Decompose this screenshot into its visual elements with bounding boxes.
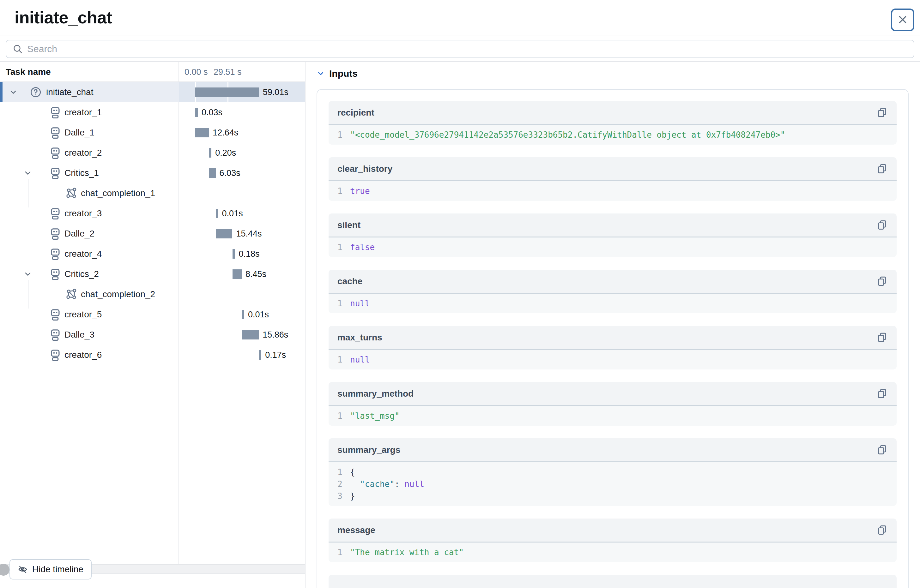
task-row[interactable]: chat_completion_1 — [0, 183, 305, 204]
duration-label: 12.64s — [213, 123, 238, 143]
copy-button[interactable] — [876, 276, 888, 287]
copy-icon — [877, 283, 888, 288]
task-row[interactable]: initiate_chat59.01s — [0, 82, 305, 102]
timeline-bar[interactable] — [209, 148, 211, 158]
chevron-down-icon[interactable] — [23, 169, 32, 178]
copy-button[interactable] — [876, 163, 888, 174]
robot-icon — [49, 268, 61, 280]
chevron-down-icon[interactable] — [23, 270, 32, 278]
code-line: 1true — [337, 185, 888, 197]
task-name: initiate_chat — [46, 82, 93, 102]
task-row[interactable]: Dalle_315.86s — [0, 325, 305, 345]
hide-timeline-label: Hide timeline — [32, 564, 83, 574]
chevron-down-icon[interactable] — [9, 88, 18, 97]
duration-label: 0.18s — [239, 244, 260, 264]
task-tree-cell: initiate_chat — [0, 82, 179, 102]
line-number: 1 — [337, 129, 342, 141]
timeline-axis-end: 29.51 s — [214, 62, 242, 82]
input-field-name: summary_args — [337, 445, 400, 455]
copy-button[interactable] — [876, 332, 888, 343]
task-timeline-cell — [179, 284, 305, 304]
search-input[interactable] — [27, 44, 914, 54]
task-tree-cell: Dalle_1 — [0, 123, 179, 143]
network-icon — [66, 187, 78, 200]
copy-button[interactable] — [876, 444, 888, 456]
line-number: 1 — [337, 410, 342, 422]
timeline-bar[interactable] — [242, 330, 259, 339]
input-field-name: message — [337, 525, 375, 535]
timeline-bar[interactable] — [216, 229, 233, 238]
code-token: true — [350, 185, 370, 197]
question-circle-icon — [30, 86, 42, 99]
hide-timeline-button[interactable]: Hide timeline — [10, 559, 92, 580]
task-name: Dalle_2 — [65, 224, 94, 244]
task-timeline-cell: 0.03s — [179, 102, 305, 123]
timeline-bar[interactable] — [242, 310, 244, 319]
task-row[interactable]: Critics_28.45s — [0, 264, 305, 284]
task-row[interactable]: creator_30.01s — [0, 204, 305, 224]
line-number: 1 — [337, 354, 342, 366]
robot-icon — [49, 227, 61, 240]
task-row[interactable]: Dalle_215.44s — [0, 224, 305, 244]
input-field: recipient1"<code_model_37696e27941142e2a… — [329, 101, 897, 145]
timeline-bar[interactable] — [233, 249, 235, 258]
code-token: { — [350, 466, 355, 478]
search-row — [0, 36, 920, 62]
code-token: false — [350, 241, 375, 253]
inputs-section-toggle[interactable]: Inputs — [317, 68, 358, 79]
code-token: } — [350, 490, 355, 502]
input-field-name: silent — [337, 220, 361, 230]
code-line: 3} — [337, 490, 888, 502]
timeline-bar[interactable] — [195, 108, 198, 117]
task-row[interactable]: creator_40.18s — [0, 244, 305, 264]
task-row[interactable]: Critics_16.03s — [0, 163, 305, 183]
duration-label: 0.17s — [265, 345, 286, 365]
code-token: null — [350, 354, 370, 366]
task-row[interactable]: creator_10.03s — [0, 102, 305, 123]
copy-button[interactable] — [876, 388, 888, 399]
task-row[interactable]: creator_20.20s — [0, 143, 305, 163]
line-number: 1 — [337, 185, 342, 197]
task-tree-cell: creator_5 — [0, 304, 179, 325]
input-field-name: max_turns — [337, 333, 382, 342]
timeline-bar[interactable] — [259, 350, 261, 360]
task-row[interactable]: chat_completion_2 — [0, 284, 305, 304]
task-name: creator_2 — [65, 143, 102, 163]
input-field-value: 1"The matrix with a cat" — [329, 543, 897, 562]
timeline-bar[interactable] — [209, 168, 216, 178]
timeline-bar[interactable] — [195, 87, 259, 97]
task-tree-cell: creator_6 — [0, 345, 179, 365]
input-field-header: summary_method — [329, 382, 897, 406]
inputs-fields: recipient1"<code_model_37696e27941142e2a… — [329, 101, 897, 588]
input-field: clear_history1true — [329, 157, 897, 201]
code-token: null — [404, 478, 424, 490]
task-tree-cell: chat_completion_2 — [0, 284, 179, 304]
copy-button[interactable] — [876, 220, 888, 231]
task-row[interactable]: Dalle_112.64s — [0, 123, 305, 143]
close-button[interactable] — [891, 8, 914, 31]
search-box[interactable] — [6, 40, 914, 58]
copy-button[interactable] — [876, 107, 888, 118]
line-number: 1 — [337, 241, 342, 253]
input-field: message1"The matrix with a cat" — [329, 519, 897, 562]
timeline-bar[interactable] — [216, 209, 218, 218]
task-timeline-cell: 15.44s — [179, 224, 305, 244]
code-token: "<code_model_37696e27941142e2a53576e3323… — [350, 129, 786, 141]
input-field: summary_method1"last_msg" — [329, 382, 897, 426]
timeline-bar[interactable] — [195, 128, 209, 137]
task-row[interactable]: creator_50.01s — [0, 304, 305, 325]
copy-icon — [877, 395, 888, 400]
copy-button[interactable] — [876, 525, 888, 536]
task-row[interactable]: creator_60.17s — [0, 345, 305, 365]
input-field-value: 1{2 "cache": null3} — [329, 462, 897, 506]
copy-icon — [877, 170, 888, 175]
code-token: "last_msg" — [350, 410, 400, 422]
input-field: cache1null — [329, 270, 897, 313]
duration-label: 8.45s — [246, 264, 266, 284]
title-bar: initiate_chat — [0, 0, 920, 36]
task-name: creator_4 — [65, 244, 102, 264]
task-name: creator_5 — [65, 304, 102, 325]
timeline-bar[interactable] — [233, 269, 242, 279]
task-timeline-cell: 0.18s — [179, 244, 305, 264]
input-field-header: recipient — [329, 101, 897, 125]
